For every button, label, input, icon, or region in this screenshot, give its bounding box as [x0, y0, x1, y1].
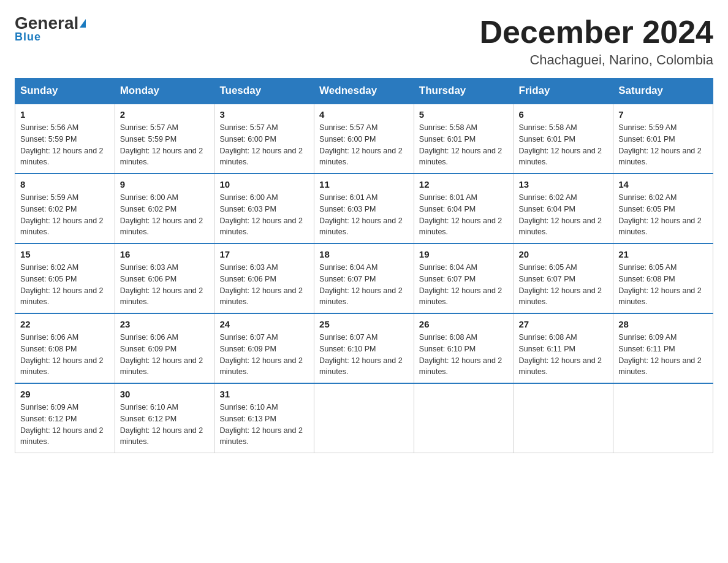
day-info: Sunrise: 5:59 AMSunset: 6:01 PMDaylight:… [618, 123, 702, 166]
table-row [314, 383, 414, 453]
day-number: 11 [319, 179, 409, 190]
calendar-week-row: 22 Sunrise: 6:06 AMSunset: 6:08 PMDaylig… [15, 313, 713, 383]
table-row: 6 Sunrise: 5:58 AMSunset: 6:01 PMDayligh… [514, 104, 613, 174]
day-number: 24 [219, 319, 309, 329]
day-info: Sunrise: 5:59 AMSunset: 6:02 PMDaylight:… [20, 193, 104, 236]
calendar-week-row: 29 Sunrise: 6:09 AMSunset: 6:12 PMDaylig… [15, 383, 713, 453]
day-number: 4 [319, 109, 409, 120]
day-number: 5 [419, 109, 509, 120]
table-row: 29 Sunrise: 6:09 AMSunset: 6:12 PMDaylig… [15, 383, 115, 453]
day-number: 19 [419, 249, 509, 259]
day-number: 9 [120, 179, 210, 190]
day-number: 13 [519, 179, 609, 190]
day-info: Sunrise: 6:04 AMSunset: 6:07 PMDaylight:… [319, 263, 403, 306]
calendar-week-row: 15 Sunrise: 6:02 AMSunset: 6:05 PMDaylig… [15, 243, 713, 313]
day-info: Sunrise: 5:56 AMSunset: 5:59 PMDaylight:… [20, 123, 104, 166]
table-row: 10 Sunrise: 6:00 AMSunset: 6:03 PMDaylig… [214, 174, 314, 243]
day-info: Sunrise: 6:02 AMSunset: 6:05 PMDaylight:… [618, 193, 702, 236]
col-saturday: Saturday [613, 79, 713, 104]
day-number: 2 [120, 109, 210, 120]
table-row: 1 Sunrise: 5:56 AMSunset: 5:59 PMDayligh… [15, 104, 115, 174]
day-info: Sunrise: 6:07 AMSunset: 6:09 PMDaylight:… [219, 333, 303, 376]
day-number: 20 [519, 249, 609, 259]
col-thursday: Thursday [414, 79, 514, 104]
day-number: 23 [120, 319, 210, 329]
col-tuesday: Tuesday [214, 79, 314, 104]
logo-text-blue: Blue [15, 31, 41, 44]
table-row: 21 Sunrise: 6:05 AMSunset: 6:08 PMDaylig… [613, 243, 713, 313]
col-sunday: Sunday [15, 79, 115, 104]
day-info: Sunrise: 6:01 AMSunset: 6:04 PMDaylight:… [419, 193, 502, 236]
col-monday: Monday [115, 79, 214, 104]
table-row: 17 Sunrise: 6:03 AMSunset: 6:06 PMDaylig… [214, 243, 314, 313]
day-info: Sunrise: 6:09 AMSunset: 6:12 PMDaylight:… [20, 403, 104, 446]
day-number: 18 [319, 249, 409, 259]
logo: General Blue [15, 15, 86, 44]
day-info: Sunrise: 5:58 AMSunset: 6:01 PMDaylight:… [519, 123, 602, 166]
day-info: Sunrise: 5:57 AMSunset: 6:00 PMDaylight:… [319, 123, 403, 166]
day-info: Sunrise: 6:09 AMSunset: 6:11 PMDaylight:… [618, 333, 702, 376]
day-number: 30 [120, 389, 210, 399]
day-number: 21 [618, 249, 708, 259]
day-number: 7 [618, 109, 708, 120]
day-info: Sunrise: 6:00 AMSunset: 6:02 PMDaylight:… [120, 193, 203, 236]
day-number: 17 [219, 249, 309, 259]
table-row: 23 Sunrise: 6:06 AMSunset: 6:09 PMDaylig… [115, 313, 214, 383]
table-row: 31 Sunrise: 6:10 AMSunset: 6:13 PMDaylig… [214, 383, 314, 453]
table-row: 27 Sunrise: 6:08 AMSunset: 6:11 PMDaylig… [514, 313, 613, 383]
table-row: 18 Sunrise: 6:04 AMSunset: 6:07 PMDaylig… [314, 243, 414, 313]
col-friday: Friday [514, 79, 613, 104]
day-info: Sunrise: 6:04 AMSunset: 6:07 PMDaylight:… [419, 263, 502, 306]
title-section: December 2024 Chachaguei, Narino, Colomb… [479, 15, 713, 68]
col-wednesday: Wednesday [314, 79, 414, 104]
day-number: 31 [219, 389, 309, 399]
day-info: Sunrise: 6:10 AMSunset: 6:13 PMDaylight:… [219, 403, 303, 446]
calendar-week-row: 1 Sunrise: 5:56 AMSunset: 5:59 PMDayligh… [15, 104, 713, 174]
table-row: 13 Sunrise: 6:02 AMSunset: 6:04 PMDaylig… [514, 174, 613, 243]
table-row: 16 Sunrise: 6:03 AMSunset: 6:06 PMDaylig… [115, 243, 214, 313]
table-row: 28 Sunrise: 6:09 AMSunset: 6:11 PMDaylig… [613, 313, 713, 383]
table-row: 20 Sunrise: 6:05 AMSunset: 6:07 PMDaylig… [514, 243, 613, 313]
table-row: 7 Sunrise: 5:59 AMSunset: 6:01 PMDayligh… [613, 104, 713, 174]
day-info: Sunrise: 6:06 AMSunset: 6:08 PMDaylight:… [20, 333, 104, 376]
table-row: 25 Sunrise: 6:07 AMSunset: 6:10 PMDaylig… [314, 313, 414, 383]
day-info: Sunrise: 6:06 AMSunset: 6:09 PMDaylight:… [120, 333, 203, 376]
day-number: 25 [319, 319, 409, 329]
logo-text-general: General [15, 15, 78, 32]
day-number: 14 [618, 179, 708, 190]
table-row: 19 Sunrise: 6:04 AMSunset: 6:07 PMDaylig… [414, 243, 514, 313]
day-number: 27 [519, 319, 609, 329]
table-row [613, 383, 713, 453]
day-info: Sunrise: 6:00 AMSunset: 6:03 PMDaylight:… [219, 193, 303, 236]
day-number: 10 [219, 179, 309, 190]
day-info: Sunrise: 6:02 AMSunset: 6:05 PMDaylight:… [20, 263, 104, 306]
table-row: 26 Sunrise: 6:08 AMSunset: 6:10 PMDaylig… [414, 313, 514, 383]
table-row: 8 Sunrise: 5:59 AMSunset: 6:02 PMDayligh… [15, 174, 115, 243]
table-row: 3 Sunrise: 5:57 AMSunset: 6:00 PMDayligh… [214, 104, 314, 174]
table-row: 4 Sunrise: 5:57 AMSunset: 6:00 PMDayligh… [314, 104, 414, 174]
day-number: 28 [618, 319, 708, 329]
table-row: 5 Sunrise: 5:58 AMSunset: 6:01 PMDayligh… [414, 104, 514, 174]
day-info: Sunrise: 6:03 AMSunset: 6:06 PMDaylight:… [120, 263, 203, 306]
table-row: 24 Sunrise: 6:07 AMSunset: 6:09 PMDaylig… [214, 313, 314, 383]
day-number: 6 [519, 109, 609, 120]
day-info: Sunrise: 6:08 AMSunset: 6:11 PMDaylight:… [519, 333, 602, 376]
table-row: 11 Sunrise: 6:01 AMSunset: 6:03 PMDaylig… [314, 174, 414, 243]
day-info: Sunrise: 6:03 AMSunset: 6:06 PMDaylight:… [219, 263, 303, 306]
location-subtitle: Chachaguei, Narino, Colombia [479, 52, 713, 68]
day-number: 29 [20, 389, 110, 399]
day-info: Sunrise: 5:57 AMSunset: 6:00 PMDaylight:… [219, 123, 303, 166]
day-number: 26 [419, 319, 509, 329]
table-row [414, 383, 514, 453]
table-row: 2 Sunrise: 5:57 AMSunset: 5:59 PMDayligh… [115, 104, 214, 174]
logo-triangle-icon [80, 19, 86, 28]
table-row: 30 Sunrise: 6:10 AMSunset: 6:12 PMDaylig… [115, 383, 214, 453]
calendar-week-row: 8 Sunrise: 5:59 AMSunset: 6:02 PMDayligh… [15, 174, 713, 243]
day-number: 15 [20, 249, 110, 259]
day-info: Sunrise: 6:01 AMSunset: 6:03 PMDaylight:… [319, 193, 403, 236]
calendar-table: Sunday Monday Tuesday Wednesday Thursday… [15, 78, 713, 453]
day-number: 1 [20, 109, 110, 120]
day-number: 22 [20, 319, 110, 329]
table-row: 22 Sunrise: 6:06 AMSunset: 6:08 PMDaylig… [15, 313, 115, 383]
day-info: Sunrise: 6:05 AMSunset: 6:07 PMDaylight:… [519, 263, 602, 306]
